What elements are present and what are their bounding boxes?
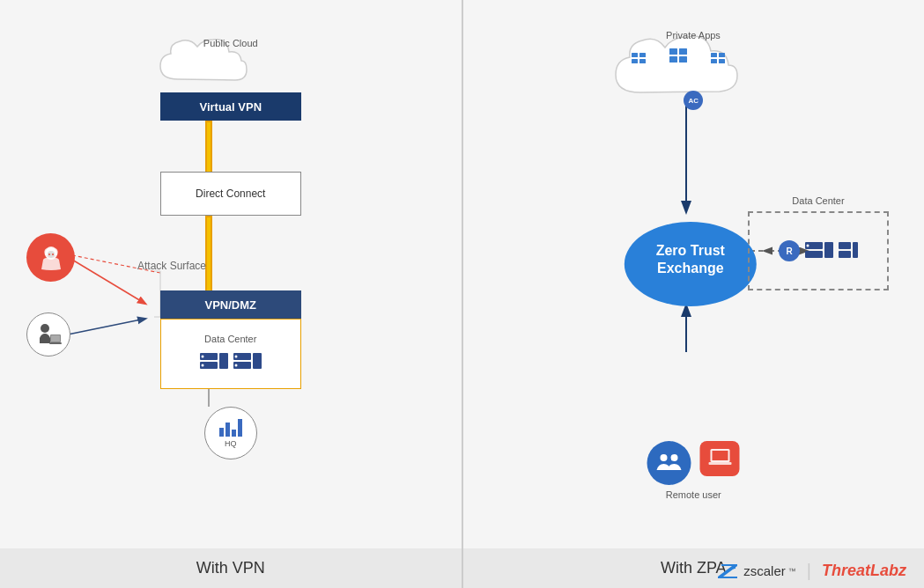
zte-svg: Zero Trust Exchange — [620, 211, 761, 308]
datacenter-label-right: Data Center — [792, 195, 844, 206]
svg-text:Zero Trust: Zero Trust — [656, 243, 726, 258]
main-container: Public Cloud Virtual VPN Direct Connect … — [0, 0, 924, 588]
svg-rect-40 — [679, 48, 687, 55]
svg-rect-53 — [824, 242, 833, 258]
svg-rect-38 — [639, 59, 646, 63]
user-group-icon — [647, 441, 691, 485]
svg-point-26 — [52, 254, 54, 255]
server-icons-left — [200, 349, 262, 374]
svg-text:Exchange: Exchange — [657, 261, 724, 276]
vpndmz-label: VPN/DMZ — [205, 298, 257, 312]
svg-text:Private Apps: Private Apps — [666, 30, 721, 40]
laptop-svg — [706, 446, 733, 471]
private-apps-cloud: Private Apps AC — [605, 26, 781, 106]
svg-point-21 — [234, 356, 237, 358]
svg-rect-3 — [207, 217, 211, 290]
svg-rect-30 — [49, 342, 62, 344]
direct-connect-label: Direct Connect — [196, 187, 265, 200]
svg-line-7 — [72, 260, 145, 304]
svg-rect-56 — [839, 251, 851, 258]
vpn-box: Virtual VPN — [160, 92, 301, 121]
server-icon-2 — [233, 349, 262, 374]
worker-icon — [26, 312, 70, 356]
svg-point-27 — [41, 324, 49, 333]
svg-point-17 — [201, 364, 203, 367]
svg-rect-2 — [205, 216, 212, 292]
svg-point-59 — [671, 454, 678, 461]
hq-bar-icon — [219, 419, 242, 437]
zscaler-logo: zscaler ™ — [716, 562, 796, 580]
attack-surface-label: Attack Surface — [137, 260, 207, 272]
threatlabz-text: ThreatLabz — [822, 562, 906, 580]
svg-rect-55 — [839, 242, 851, 249]
svg-rect-39 — [669, 48, 677, 55]
remote-user-label: Remote user — [666, 489, 721, 500]
ac-badge: AC — [684, 91, 703, 110]
hq-label: HQ — [225, 439, 237, 448]
dc-right-contents: R — [779, 239, 858, 263]
svg-rect-57 — [853, 242, 858, 258]
hacker-icon — [26, 233, 75, 282]
hacker-svg — [36, 243, 66, 273]
svg-line-8 — [68, 319, 145, 334]
trademark: ™ — [788, 567, 796, 576]
svg-rect-29 — [51, 335, 60, 342]
svg-rect-42 — [679, 56, 687, 62]
left-panel: Public Cloud Virtual VPN Direct Connect … — [0, 0, 462, 588]
dc-server-icon-1 — [805, 239, 833, 263]
left-bottom-label: With VPN — [0, 548, 462, 588]
datacenter-label-left: Data Center — [204, 334, 256, 344]
svg-rect-41 — [669, 56, 677, 62]
svg-rect-62 — [708, 462, 731, 465]
right-panel: Private Apps AC Zero Trust Exchange Data… — [463, 0, 925, 588]
zte-cloud: Zero Trust Exchange — [620, 211, 761, 308]
svg-rect-61 — [712, 451, 728, 460]
svg-rect-35 — [632, 53, 638, 57]
svg-rect-46 — [719, 59, 725, 63]
zscaler-text: zscaler — [743, 563, 786, 578]
svg-rect-15 — [219, 353, 228, 369]
remote-user-area: Remote user — [647, 441, 740, 500]
vpndmz-box: VPN/DMZ — [160, 290, 301, 319]
user-group-svg — [655, 449, 684, 477]
svg-rect-36 — [639, 53, 646, 57]
remote-user-icons — [647, 441, 740, 485]
svg-rect-43 — [711, 53, 717, 57]
public-cloud: Public Cloud — [152, 31, 310, 101]
public-cloud-label: Public Cloud — [152, 38, 310, 48]
hq-circle: HQ — [204, 407, 257, 459]
worker-svg — [34, 320, 63, 349]
svg-rect-0 — [205, 121, 212, 173]
logo-divider: | — [807, 561, 811, 581]
svg-rect-1 — [207, 122, 211, 172]
svg-rect-52 — [805, 251, 823, 258]
svg-rect-20 — [253, 353, 262, 369]
laptop-icon — [700, 441, 740, 476]
logo-area: zscaler ™ | ThreatLabz — [716, 561, 906, 581]
svg-point-25 — [48, 254, 50, 255]
datacenter-box-right: Data Center R — [748, 211, 889, 290]
svg-rect-45 — [711, 59, 717, 63]
vpn-label: Virtual VPN — [199, 100, 262, 114]
svg-rect-37 — [632, 59, 638, 63]
svg-point-16 — [201, 356, 203, 358]
svg-rect-44 — [719, 53, 725, 57]
zscaler-emblem — [716, 562, 741, 580]
direct-connect-box: Direct Connect — [160, 172, 301, 216]
server-icon-1 — [200, 349, 228, 374]
r-badge: R — [779, 240, 800, 261]
datacenter-box-left: Data Center — [160, 319, 301, 389]
svg-point-22 — [234, 364, 237, 367]
dc-server-icon-2 — [839, 239, 858, 263]
svg-point-58 — [661, 454, 668, 461]
svg-point-54 — [807, 245, 809, 247]
